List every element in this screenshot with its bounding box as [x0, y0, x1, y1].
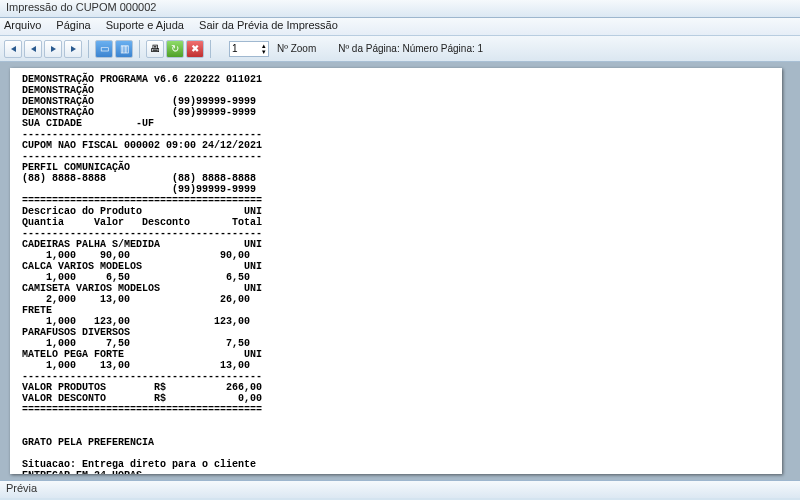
zoom-spinner[interactable]: 1 ▴▾ [229, 41, 269, 57]
prev-icon [31, 46, 36, 52]
page-number-label: Nº da Página: Número Página: 1 [338, 43, 483, 54]
first-icon [11, 46, 16, 52]
menubar: Arquivo Página Suporte e Ajuda Sair da P… [0, 18, 800, 36]
preview-page: DEMONSTRAÇÃO PROGRAMA v6.6 220222 011021… [10, 68, 782, 474]
status-text: Prévia [6, 482, 37, 494]
separator [139, 40, 140, 58]
close-button[interactable]: ✖ [186, 40, 204, 58]
print-button[interactable]: 🖶 [146, 40, 164, 58]
menu-suporte[interactable]: Suporte e Ajuda [106, 19, 184, 31]
export-button[interactable]: ↻ [166, 40, 184, 58]
next-page-button[interactable] [44, 40, 62, 58]
statusbar: Prévia [0, 480, 800, 498]
window-titlebar: Impressão do CUPOM 000002 [0, 0, 800, 18]
close-icon: ✖ [191, 43, 199, 54]
preview-workspace: DEMONSTRAÇÃO PROGRAMA v6.6 220222 011021… [0, 62, 800, 480]
printer-icon: 🖶 [150, 43, 160, 54]
multi-page-icon: ▥ [120, 43, 129, 54]
next-icon [51, 46, 56, 52]
menu-pagina[interactable]: Página [56, 19, 90, 31]
menu-sair[interactable]: Sair da Prévia de Impressão [199, 19, 338, 31]
separator [210, 40, 211, 58]
window-title: Impressão do CUPOM 000002 [6, 1, 156, 13]
separator [88, 40, 89, 58]
toolbar: ▭ ▥ 🖶 ↻ ✖ 1 ▴▾ Nº Zoom Nº da Página: Núm… [0, 36, 800, 62]
page-view-button[interactable]: ▭ [95, 40, 113, 58]
menu-arquivo[interactable]: Arquivo [4, 19, 41, 31]
spinner-arrows-icon: ▴▾ [262, 43, 266, 55]
zoom-label: Nº Zoom [277, 43, 316, 54]
first-page-button[interactable] [4, 40, 22, 58]
last-icon [71, 46, 76, 52]
export-icon: ↻ [171, 43, 179, 54]
prev-page-button[interactable] [24, 40, 42, 58]
zoom-value: 1 [232, 43, 238, 54]
page-icon: ▭ [100, 43, 109, 54]
multi-page-button[interactable]: ▥ [115, 40, 133, 58]
last-page-button[interactable] [64, 40, 82, 58]
receipt-content: DEMONSTRAÇÃO PROGRAMA v6.6 220222 011021… [22, 74, 770, 474]
